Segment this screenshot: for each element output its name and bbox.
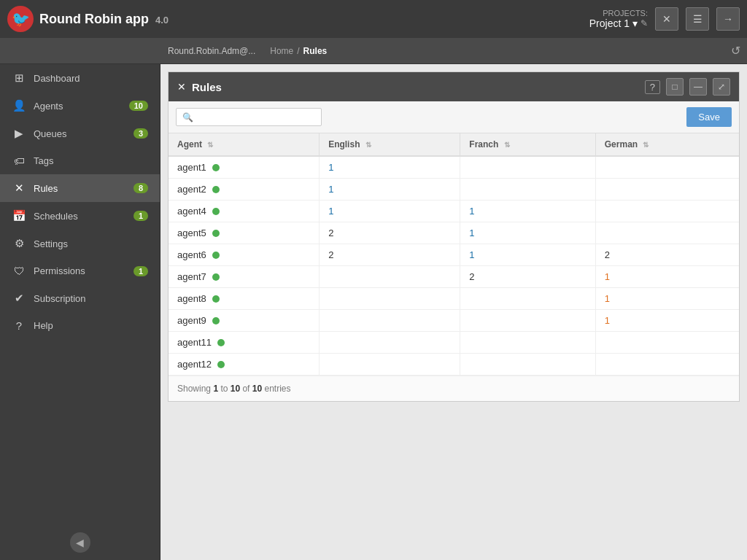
panel-expand-button[interactable]: ⤢ [713,78,730,96]
status-dot [217,339,225,346]
franch-cell: 1 [460,222,595,244]
sidebar-label-settings: Settings [34,238,148,249]
franch-cell: 1 [460,244,595,266]
edit-icon[interactable]: ✎ [640,18,648,28]
exit-button[interactable]: → [716,7,740,31]
agent-cell: agent8 [169,288,320,310]
agent-cell-inner: agent7 [177,271,310,282]
sidebar-badge-rules: 8 [133,183,148,193]
sidebar: ⊞ Dashboard 👤 Agents 10 ▶ Queues 3 🏷 Tag… [0,64,160,560]
breadcrumb-separator: / [297,46,299,56]
english-cell [320,332,460,354]
menu-button[interactable]: ☰ [686,7,709,31]
english-cell: 2 [320,222,460,244]
agent-cell: agent5 [169,222,320,244]
german-cell: 1 [595,288,739,310]
agent-cell: agent12 [169,354,320,376]
search-input[interactable] [197,112,315,122]
table-header-row: Agent ⇅ English ⇅ Franch ⇅ German ⇅ [169,133,739,156]
sidebar-icon-dashboard: ⊞ [12,71,26,85]
search-icon: 🔍 [182,112,193,122]
content-area: ✕ Rules ? □ — ⤢ 🔍 Save Agent ⇅ [160,64,747,560]
maximize-button[interactable]: ✕ [655,7,678,31]
german-cell [595,332,739,354]
agent-name: agent8 [177,293,206,304]
sidebar-item-subscription[interactable]: ✔ Subscription [0,284,160,312]
german-cell [595,222,739,244]
breadcrumb-home[interactable]: Home [270,46,293,56]
sidebar-label-schedules: Schedules [34,211,126,222]
project-selector[interactable]: Project 1 ▾ ✎ [589,18,648,29]
german-cell [595,354,739,376]
top-header: 🐦 Round Robin app 4.0 PROJECTS: Project … [0,0,747,38]
sidebar-item-dashboard[interactable]: ⊞ Dashboard [0,64,160,92]
app-logo-area: 🐦 Round Robin app 4.0 [7,6,169,32]
table-row: agent5 2 1 [169,222,739,244]
sidebar-item-tags[interactable]: 🏷 Tags [0,147,160,174]
sidebar-item-queues[interactable]: ▶ Queues 3 [0,120,160,147]
agent-cell-inner: agent11 [177,337,310,348]
sort-icon-german[interactable]: ⇅ [643,141,649,149]
agent-cell: agent7 [169,266,320,288]
showing-prefix: Showing [177,384,213,394]
sidebar-label-tags: Tags [34,155,148,166]
sidebar-icon-rules: ✕ [12,182,26,195]
sidebar-item-agents[interactable]: 👤 Agents 10 [0,92,160,120]
search-wrapper: 🔍 [176,108,322,126]
project-name: Project 1 [589,18,630,29]
sort-icon-franch[interactable]: ⇅ [504,141,510,149]
agent-cell: agent1 [169,156,320,179]
status-dot [212,252,220,259]
franch-cell [460,156,595,179]
panel-minimize-button[interactable]: — [689,78,707,96]
sidebar-icon-help: ? [12,319,26,332]
col-agent: Agent ⇅ [169,133,320,156]
agent-name: agent4 [177,206,206,217]
agent-name: agent11 [177,337,212,348]
app-title-text: Round Robin app [39,12,149,26]
sidebar-item-settings[interactable]: ⚙ Settings [0,230,160,257]
sort-icon-english[interactable]: ⇅ [365,141,371,149]
sidebar-item-help[interactable]: ? Help [0,312,160,339]
sidebar-badge-permissions: 1 [133,266,148,276]
collapse-icon: ◀ [70,532,90,553]
sort-icon-agent[interactable]: ⇅ [207,141,213,149]
agent-cell-inner: agent1 [177,162,310,173]
status-dot [212,230,220,237]
refresh-button[interactable]: ↺ [724,39,747,63]
projects-section: PROJECTS: Project 1 ▾ ✎ [589,9,648,29]
sidebar-item-rules[interactable]: ✕ Rules 8 [0,174,160,202]
sidebar-label-help: Help [34,320,148,331]
sidebar-collapse-button[interactable]: ◀ [0,525,160,560]
showing-to: 10 [231,384,240,394]
status-dot [212,273,220,281]
sidebar-badge-schedules: 1 [133,211,148,221]
german-cell: 2 [595,244,739,266]
agent-cell-inner: agent5 [177,228,310,238]
sidebar-item-permissions[interactable]: 🛡 Permissions 1 [0,257,160,284]
sidebar-icon-subscription: ✔ [12,292,26,305]
english-cell: 1 [320,179,460,201]
english-cell [320,354,460,376]
header-right: PROJECTS: Project 1 ▾ ✎ ✕ ☰ → [589,7,740,31]
agent-cell-inner: agent9 [177,315,310,326]
rules-table-body: agent1 1 agent2 1 agent4 [169,156,739,376]
sidebar-label-dashboard: Dashboard [34,73,148,84]
main-layout: ⊞ Dashboard 👤 Agents 10 ▶ Queues 3 🏷 Tag… [0,64,747,560]
showing-of: 10 [252,384,262,394]
agent-cell-inner: agent6 [177,249,310,260]
franch-cell: 1 [460,201,595,222]
sidebar-badge-queues: 3 [133,128,148,139]
save-button[interactable]: Save [686,107,732,127]
sidebar-label-agents: Agents [34,101,122,112]
sidebar-icon-permissions: 🛡 [12,265,26,277]
sidebar-label-rules: Rules [34,183,126,194]
german-cell [595,156,739,179]
sidebar-badge-agents: 10 [129,101,148,111]
help-button[interactable]: ? [645,80,660,94]
app-version: 4.0 [155,15,169,26]
showing-text: Showing 1 to 10 of 10 entries [169,376,739,401]
english-cell [320,310,460,332]
panel-square-button[interactable]: □ [666,78,684,96]
sidebar-item-schedules[interactable]: 📅 Schedules 1 [0,202,160,230]
